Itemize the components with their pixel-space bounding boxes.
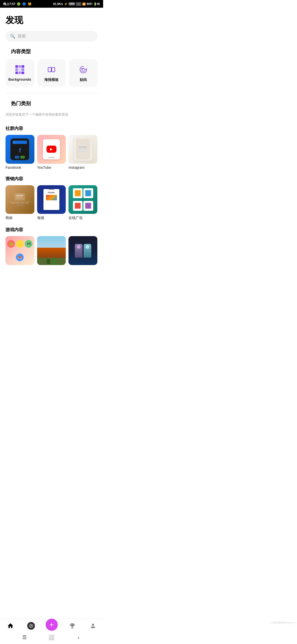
status-time: 晚上7:57 [3, 2, 15, 6]
instagram-card-image [68, 135, 97, 164]
poster-label2: 海报 [37, 215, 66, 220]
content-type-backgrounds[interactable]: Backgrounds [6, 59, 34, 87]
youtube-label: YouTube [37, 165, 66, 170]
social-cards-row: f f Facebook ▶ YouTu [0, 135, 103, 172]
content-type-row: Backgrounds 海报模板 [6, 59, 98, 87]
svg-rect-0 [48, 67, 51, 72]
game3-card-image [68, 236, 97, 265]
game-card-3[interactable] [68, 236, 97, 267]
hot-categories-section: 热门类别 浏览并收集您下一个编辑中使用的素材资源 [0, 100, 103, 126]
game1-card-image: 🐸 ⭐ 🎮 🦊 [6, 236, 34, 265]
vpn-badge: VPN [68, 2, 75, 6]
backgrounds-label: Backgrounds [8, 77, 31, 81]
app-icon-2: 🔵 [22, 2, 26, 6]
game-cards-row: 🐸 ⭐ 🎮 🦊 [0, 236, 103, 269]
svg-point-2 [82, 68, 82, 69]
ad-label: 在线广告 [68, 215, 97, 220]
facebook-label: Facebook [6, 165, 34, 170]
main-content: 发现 🔍 搜索 内容类型 [0, 8, 103, 302]
status-right: 81.0K/s ⚡ VPN HD 📶 WiFi 🔋46 [53, 2, 100, 6]
game2-card-image [37, 236, 66, 265]
marketing-card-ad[interactable]: 在线广告 [68, 185, 97, 221]
hd-badge: HD [76, 2, 81, 6]
search-placeholder: 搜索 [18, 34, 26, 39]
svg-rect-1 [52, 67, 55, 72]
social-section-title: 社群内容 [0, 126, 103, 135]
section-divider [6, 93, 98, 94]
page-title: 发现 [0, 8, 103, 31]
poster-icon [46, 65, 56, 75]
bluetooth-icon: ⚡ [64, 2, 67, 6]
game-card-2[interactable] [37, 236, 66, 267]
poster-card-image: Poster [37, 185, 66, 214]
status-left: 晚上7:57 🟢 🔵 🐱 [3, 2, 32, 6]
search-bar[interactable]: 🔍 搜索 [6, 31, 98, 42]
battery-icon: 🔋46 [94, 2, 100, 6]
marketing-section-title: 营销内容 [0, 176, 103, 185]
facebook-card-image: f f [6, 135, 34, 164]
content-type-title: 内容类型 [6, 48, 98, 59]
social-card-youtube[interactable]: ▶ YouTube YouTube [37, 135, 66, 170]
game-section-title: 游戏内容 [0, 227, 103, 236]
hot-categories-title: 热门类别 [6, 100, 98, 111]
youtube-card-image: ▶ YouTube [37, 135, 66, 164]
logo-card-image: Jacob's BAKERY SINCE 1978 EXCELLENCE SIN… [6, 185, 34, 214]
logo-label: 商标 [6, 215, 34, 220]
marketing-cards-row: Jacob's BAKERY SINCE 1978 EXCELLENCE SIN… [0, 185, 103, 223]
marketing-card-logo[interactable]: Jacob's BAKERY SINCE 1978 EXCELLENCE SIN… [6, 185, 34, 221]
social-card-instagram[interactable]: Instagram [68, 135, 97, 170]
wifi-icon: WiFi [87, 2, 92, 6]
app-icon-3: 🐱 [28, 2, 32, 6]
sticker-icon [78, 65, 88, 75]
content-type-poster[interactable]: 海报模板 [37, 59, 66, 87]
social-card-facebook[interactable]: f f Facebook [6, 135, 34, 170]
ad-card-image [68, 185, 97, 214]
marketing-section: 营销内容 Jacob's BAKERY SINCE 1978 EXCELLENC… [0, 176, 103, 223]
content-type-section: 内容类型 Backgrounds [0, 48, 103, 93]
marketing-card-poster[interactable]: Poster 海报 [37, 185, 66, 221]
content-type-sticker[interactable]: 贴纸 [69, 59, 98, 87]
game-section: 游戏内容 🐸 ⭐ 🎮 🦊 [0, 227, 103, 269]
wechat-icon: 🟢 [16, 2, 21, 6]
network-speed: 81.0K/s [53, 2, 63, 6]
poster-label: 海报模板 [44, 77, 59, 82]
backgrounds-icon [15, 65, 25, 75]
status-bar: 晚上7:57 🟢 🔵 🐱 81.0K/s ⚡ VPN HD 📶 WiFi 🔋46 [0, 0, 103, 8]
game-card-1[interactable]: 🐸 ⭐ 🎮 🦊 [6, 236, 34, 267]
signal-icon: 📶 [82, 2, 86, 6]
sticker-label: 贴纸 [80, 77, 87, 82]
hot-categories-subtitle: 浏览并收集您下一个编辑中使用的素材资源 [6, 111, 98, 121]
search-icon: 🔍 [10, 34, 15, 39]
instagram-label: Instagram [68, 165, 97, 170]
